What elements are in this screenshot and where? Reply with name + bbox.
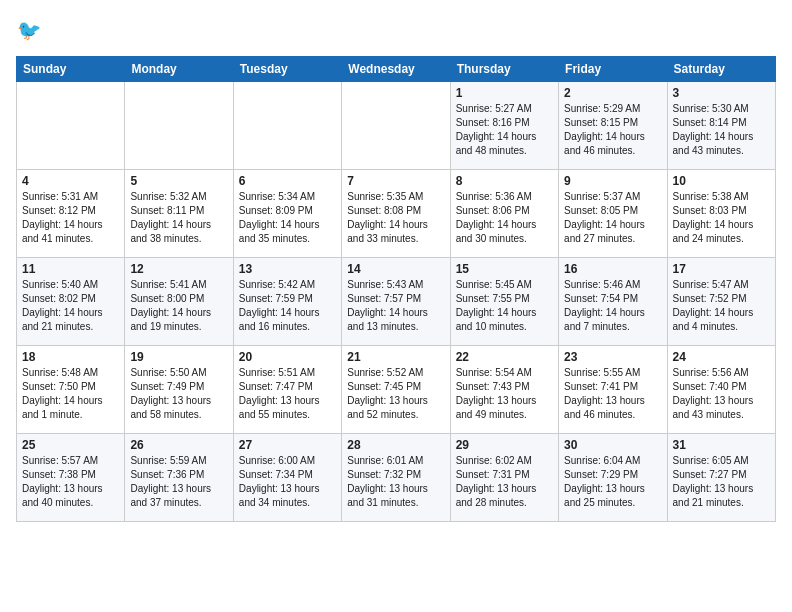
day-info: Sunrise: 5:32 AM Sunset: 8:11 PM Dayligh… bbox=[130, 190, 227, 246]
calendar-cell: 29Sunrise: 6:02 AM Sunset: 7:31 PM Dayli… bbox=[450, 434, 558, 522]
day-info: Sunrise: 5:45 AM Sunset: 7:55 PM Dayligh… bbox=[456, 278, 553, 334]
calendar-cell: 22Sunrise: 5:54 AM Sunset: 7:43 PM Dayli… bbox=[450, 346, 558, 434]
day-header-tuesday: Tuesday bbox=[233, 57, 341, 82]
day-info: Sunrise: 5:29 AM Sunset: 8:15 PM Dayligh… bbox=[564, 102, 661, 158]
calendar-cell: 18Sunrise: 5:48 AM Sunset: 7:50 PM Dayli… bbox=[17, 346, 125, 434]
calendar-cell: 25Sunrise: 5:57 AM Sunset: 7:38 PM Dayli… bbox=[17, 434, 125, 522]
calendar-cell: 11Sunrise: 5:40 AM Sunset: 8:02 PM Dayli… bbox=[17, 258, 125, 346]
day-number: 20 bbox=[239, 350, 336, 364]
day-number: 2 bbox=[564, 86, 661, 100]
calendar-cell: 24Sunrise: 5:56 AM Sunset: 7:40 PM Dayli… bbox=[667, 346, 775, 434]
day-header-sunday: Sunday bbox=[17, 57, 125, 82]
day-info: Sunrise: 5:47 AM Sunset: 7:52 PM Dayligh… bbox=[673, 278, 770, 334]
calendar-cell: 28Sunrise: 6:01 AM Sunset: 7:32 PM Dayli… bbox=[342, 434, 450, 522]
calendar-cell: 23Sunrise: 5:55 AM Sunset: 7:41 PM Dayli… bbox=[559, 346, 667, 434]
day-info: Sunrise: 5:52 AM Sunset: 7:45 PM Dayligh… bbox=[347, 366, 444, 422]
calendar-cell bbox=[342, 82, 450, 170]
day-header-wednesday: Wednesday bbox=[342, 57, 450, 82]
day-info: Sunrise: 5:40 AM Sunset: 8:02 PM Dayligh… bbox=[22, 278, 119, 334]
calendar-cell: 7Sunrise: 5:35 AM Sunset: 8:08 PM Daylig… bbox=[342, 170, 450, 258]
day-number: 5 bbox=[130, 174, 227, 188]
day-info: Sunrise: 6:04 AM Sunset: 7:29 PM Dayligh… bbox=[564, 454, 661, 510]
calendar-cell: 8Sunrise: 5:36 AM Sunset: 8:06 PM Daylig… bbox=[450, 170, 558, 258]
day-number: 29 bbox=[456, 438, 553, 452]
day-info: Sunrise: 5:56 AM Sunset: 7:40 PM Dayligh… bbox=[673, 366, 770, 422]
day-number: 24 bbox=[673, 350, 770, 364]
day-info: Sunrise: 5:55 AM Sunset: 7:41 PM Dayligh… bbox=[564, 366, 661, 422]
week-row-5: 25Sunrise: 5:57 AM Sunset: 7:38 PM Dayli… bbox=[17, 434, 776, 522]
week-row-2: 4Sunrise: 5:31 AM Sunset: 8:12 PM Daylig… bbox=[17, 170, 776, 258]
calendar-body: 1Sunrise: 5:27 AM Sunset: 8:16 PM Daylig… bbox=[17, 82, 776, 522]
calendar-cell: 1Sunrise: 5:27 AM Sunset: 8:16 PM Daylig… bbox=[450, 82, 558, 170]
day-info: Sunrise: 5:43 AM Sunset: 7:57 PM Dayligh… bbox=[347, 278, 444, 334]
day-number: 28 bbox=[347, 438, 444, 452]
day-info: Sunrise: 5:35 AM Sunset: 8:08 PM Dayligh… bbox=[347, 190, 444, 246]
day-number: 30 bbox=[564, 438, 661, 452]
day-info: Sunrise: 5:54 AM Sunset: 7:43 PM Dayligh… bbox=[456, 366, 553, 422]
day-number: 26 bbox=[130, 438, 227, 452]
day-info: Sunrise: 5:37 AM Sunset: 8:05 PM Dayligh… bbox=[564, 190, 661, 246]
day-info: Sunrise: 5:41 AM Sunset: 8:00 PM Dayligh… bbox=[130, 278, 227, 334]
day-number: 15 bbox=[456, 262, 553, 276]
calendar-cell: 9Sunrise: 5:37 AM Sunset: 8:05 PM Daylig… bbox=[559, 170, 667, 258]
calendar-cell: 15Sunrise: 5:45 AM Sunset: 7:55 PM Dayli… bbox=[450, 258, 558, 346]
calendar-cell bbox=[17, 82, 125, 170]
day-number: 11 bbox=[22, 262, 119, 276]
day-number: 25 bbox=[22, 438, 119, 452]
calendar-cell: 30Sunrise: 6:04 AM Sunset: 7:29 PM Dayli… bbox=[559, 434, 667, 522]
calendar-cell: 31Sunrise: 6:05 AM Sunset: 7:27 PM Dayli… bbox=[667, 434, 775, 522]
day-number: 12 bbox=[130, 262, 227, 276]
calendar-cell: 10Sunrise: 5:38 AM Sunset: 8:03 PM Dayli… bbox=[667, 170, 775, 258]
day-number: 18 bbox=[22, 350, 119, 364]
day-info: Sunrise: 6:05 AM Sunset: 7:27 PM Dayligh… bbox=[673, 454, 770, 510]
calendar-cell: 20Sunrise: 5:51 AM Sunset: 7:47 PM Dayli… bbox=[233, 346, 341, 434]
day-info: Sunrise: 5:42 AM Sunset: 7:59 PM Dayligh… bbox=[239, 278, 336, 334]
day-number: 19 bbox=[130, 350, 227, 364]
day-header-friday: Friday bbox=[559, 57, 667, 82]
day-number: 8 bbox=[456, 174, 553, 188]
calendar-cell: 21Sunrise: 5:52 AM Sunset: 7:45 PM Dayli… bbox=[342, 346, 450, 434]
day-number: 16 bbox=[564, 262, 661, 276]
day-number: 3 bbox=[673, 86, 770, 100]
calendar-cell: 3Sunrise: 5:30 AM Sunset: 8:14 PM Daylig… bbox=[667, 82, 775, 170]
calendar-cell bbox=[125, 82, 233, 170]
week-row-4: 18Sunrise: 5:48 AM Sunset: 7:50 PM Dayli… bbox=[17, 346, 776, 434]
calendar-cell: 13Sunrise: 5:42 AM Sunset: 7:59 PM Dayli… bbox=[233, 258, 341, 346]
week-row-3: 11Sunrise: 5:40 AM Sunset: 8:02 PM Dayli… bbox=[17, 258, 776, 346]
day-number: 22 bbox=[456, 350, 553, 364]
day-number: 23 bbox=[564, 350, 661, 364]
calendar-cell: 16Sunrise: 5:46 AM Sunset: 7:54 PM Dayli… bbox=[559, 258, 667, 346]
day-number: 1 bbox=[456, 86, 553, 100]
day-number: 9 bbox=[564, 174, 661, 188]
header-row: SundayMondayTuesdayWednesdayThursdayFrid… bbox=[17, 57, 776, 82]
calendar-cell: 19Sunrise: 5:50 AM Sunset: 7:49 PM Dayli… bbox=[125, 346, 233, 434]
calendar-cell: 5Sunrise: 5:32 AM Sunset: 8:11 PM Daylig… bbox=[125, 170, 233, 258]
day-info: Sunrise: 6:00 AM Sunset: 7:34 PM Dayligh… bbox=[239, 454, 336, 510]
day-info: Sunrise: 5:31 AM Sunset: 8:12 PM Dayligh… bbox=[22, 190, 119, 246]
day-number: 7 bbox=[347, 174, 444, 188]
day-info: Sunrise: 5:48 AM Sunset: 7:50 PM Dayligh… bbox=[22, 366, 119, 422]
day-number: 10 bbox=[673, 174, 770, 188]
calendar-cell: 6Sunrise: 5:34 AM Sunset: 8:09 PM Daylig… bbox=[233, 170, 341, 258]
calendar-cell: 27Sunrise: 6:00 AM Sunset: 7:34 PM Dayli… bbox=[233, 434, 341, 522]
day-number: 4 bbox=[22, 174, 119, 188]
day-number: 13 bbox=[239, 262, 336, 276]
day-info: Sunrise: 6:01 AM Sunset: 7:32 PM Dayligh… bbox=[347, 454, 444, 510]
week-row-1: 1Sunrise: 5:27 AM Sunset: 8:16 PM Daylig… bbox=[17, 82, 776, 170]
calendar-cell: 2Sunrise: 5:29 AM Sunset: 8:15 PM Daylig… bbox=[559, 82, 667, 170]
day-number: 31 bbox=[673, 438, 770, 452]
calendar-cell: 12Sunrise: 5:41 AM Sunset: 8:00 PM Dayli… bbox=[125, 258, 233, 346]
page-header: 🐦 bbox=[16, 16, 776, 44]
calendar-cell: 26Sunrise: 5:59 AM Sunset: 7:36 PM Dayli… bbox=[125, 434, 233, 522]
calendar-cell bbox=[233, 82, 341, 170]
day-info: Sunrise: 6:02 AM Sunset: 7:31 PM Dayligh… bbox=[456, 454, 553, 510]
day-info: Sunrise: 5:27 AM Sunset: 8:16 PM Dayligh… bbox=[456, 102, 553, 158]
calendar-table: SundayMondayTuesdayWednesdayThursdayFrid… bbox=[16, 56, 776, 522]
day-info: Sunrise: 5:46 AM Sunset: 7:54 PM Dayligh… bbox=[564, 278, 661, 334]
day-info: Sunrise: 5:36 AM Sunset: 8:06 PM Dayligh… bbox=[456, 190, 553, 246]
svg-text:🐦: 🐦 bbox=[17, 18, 42, 42]
day-info: Sunrise: 5:59 AM Sunset: 7:36 PM Dayligh… bbox=[130, 454, 227, 510]
day-number: 17 bbox=[673, 262, 770, 276]
day-header-saturday: Saturday bbox=[667, 57, 775, 82]
calendar-cell: 14Sunrise: 5:43 AM Sunset: 7:57 PM Dayli… bbox=[342, 258, 450, 346]
